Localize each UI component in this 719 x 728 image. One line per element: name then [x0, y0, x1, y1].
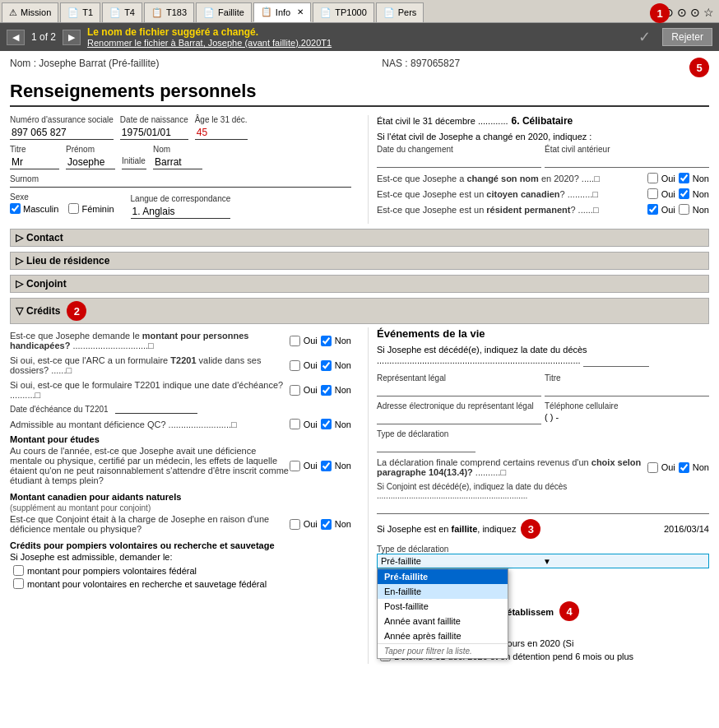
action-icon-2[interactable]: ⊙	[677, 6, 687, 19]
page-info: 1 of 2	[31, 31, 56, 43]
conjoint-deces-label: Si Conjoint est décédé(e), indiquez la d…	[377, 482, 709, 500]
pompiers-rech-checkbox[interactable]	[13, 578, 24, 589]
t2201-label: Si oui, est-ce que l'ARC a un formulaire…	[10, 355, 290, 375]
aidants-oui-checkbox[interactable]	[290, 519, 300, 530]
masculin-checkbox[interactable]	[10, 203, 21, 214]
notification-subtitle[interactable]: Renommer le fichier à Barrat, Josephe (a…	[87, 38, 627, 48]
handicap-non-checkbox[interactable]	[321, 336, 332, 346]
tel-group: Téléphone cellulaire ( ) -	[545, 401, 709, 424]
etat-anterieur-input[interactable]	[545, 155, 709, 168]
t2201-echeance-non-label: Non	[335, 385, 351, 395]
decl-finale-checkboxes: Oui Non	[647, 462, 709, 473]
star-icon[interactable]: ☆	[703, 6, 714, 19]
resident-oui-checkbox[interactable]	[647, 204, 658, 215]
tab-mission-label: Mission	[21, 7, 51, 17]
tab-t183[interactable]: 📋 T183	[144, 2, 194, 22]
conjoint-deces-input[interactable]	[377, 502, 709, 514]
doc-icon-faillite: 📄	[203, 7, 215, 18]
conjoint-section-header[interactable]: ▷ Conjoint	[10, 275, 709, 293]
aidants-non-checkbox[interactable]	[321, 519, 332, 530]
admissible-oui-label: Oui	[304, 420, 318, 429]
age-value: 45	[195, 126, 248, 140]
dropdown-item-annee-avant[interactable]: Année avant faillite	[378, 614, 508, 628]
t2201-echeance-oui-checkbox[interactable]	[290, 385, 300, 396]
personal-info-left: Numéro d'assurance sociale 897 065 827 D…	[10, 115, 351, 224]
person-nas: NAS : 897065827	[382, 58, 460, 77]
langue-label: Langue de correspondance	[131, 194, 231, 203]
contact-section-header[interactable]: ▷ Contact	[10, 229, 709, 247]
changed-nom-non-checkbox[interactable]	[679, 173, 689, 183]
initiale-field-group: Initiale	[122, 156, 146, 169]
nav-next-button[interactable]: ▶	[63, 30, 81, 45]
tab-t1[interactable]: 📄 T1	[60, 2, 100, 22]
rep-legal-input[interactable]	[377, 384, 541, 396]
citoyen-oui-checkbox[interactable]	[647, 188, 658, 199]
t2201-non-checkbox[interactable]	[321, 360, 332, 371]
tab-pers[interactable]: 📄 Pers	[376, 2, 424, 22]
dropdown-item-en-faillite[interactable]: En-faillite	[378, 584, 508, 599]
t2201-oui-checkbox[interactable]	[290, 360, 300, 371]
conjoint-deces-group: Si Conjoint est décédé(e), indiquez la d…	[377, 482, 709, 514]
nom-value: Barrat	[153, 155, 202, 169]
email-input[interactable]	[377, 412, 541, 424]
choix-oui-checkbox[interactable]	[647, 462, 658, 473]
choix-non-checkbox[interactable]	[679, 462, 689, 473]
tab-t4[interactable]: 📄 T4	[102, 2, 142, 22]
aidants-label: Est-ce que Conjoint était à la charge de…	[10, 514, 290, 534]
changed-nom-oui-checkbox[interactable]	[647, 173, 658, 183]
type-decl-label: Type de déclaration	[377, 429, 709, 438]
titre-input[interactable]	[545, 384, 709, 396]
etat-anterieur-label: État civil antérieur	[545, 145, 709, 154]
faillite-label: Si Josephe est en faillite, indiquez	[377, 524, 516, 534]
dropdown-item-post-faillite[interactable]: Post-faillite	[378, 599, 508, 614]
conjoint-label: Conjoint	[26, 278, 67, 290]
citoyen-non-checkbox[interactable]	[679, 188, 689, 199]
dropdown-item-annee-apres[interactable]: Année après faillite	[378, 628, 508, 643]
admissible-non-checkbox[interactable]	[321, 419, 332, 429]
pompiers-fed-checkbox[interactable]	[13, 565, 24, 576]
t2201-echeance-non-checkbox[interactable]	[321, 385, 332, 396]
tab-faillite[interactable]: 📄 Faillite	[196, 2, 252, 22]
date-echeance-value	[115, 411, 197, 414]
feminin-checkbox[interactable]	[68, 203, 79, 214]
tel-format: ( ) -	[545, 412, 709, 422]
choix-non-label: Non	[693, 462, 709, 472]
titre-group: Titre	[545, 373, 709, 396]
credits-section-header[interactable]: ▽ Crédits 2	[10, 298, 709, 324]
resident-non-checkbox[interactable]	[679, 204, 689, 215]
date-changement-input[interactable]	[377, 155, 541, 168]
type-decl-input[interactable]	[377, 440, 475, 452]
tab-info[interactable]: 📋 Info ✕	[253, 2, 311, 22]
doc-icon-info: 📋	[261, 7, 272, 17]
notification-title: Le nom de fichier suggéré a changé.	[87, 26, 627, 38]
etudes-oui-checkbox[interactable]	[290, 461, 300, 471]
montant-aidants-title: Montant canadien pour aidants naturels	[10, 492, 351, 502]
tab-tp1000[interactable]: 📄 TP1000	[313, 2, 374, 22]
tab-t1-label: T1	[82, 7, 93, 17]
gender-row: Masculin Féminin	[10, 203, 114, 214]
admissible-oui-checkbox[interactable]	[290, 419, 300, 429]
initiale-label: Initiale	[122, 156, 146, 165]
tab-info-close[interactable]: ✕	[297, 7, 304, 16]
handicap-oui-checkbox[interactable]	[290, 336, 300, 346]
type-declaration-value: Pré-faillite	[381, 556, 543, 566]
lieu-residence-section-header[interactable]: ▷ Lieu de résidence	[10, 252, 709, 270]
civil-change-subtitle: Si l'état civil de Josephe a changé en 2…	[377, 132, 709, 141]
type-declaration-trigger[interactable]: Pré-faillite ▼	[377, 554, 709, 568]
action-icon-3[interactable]: ⊙	[690, 6, 700, 19]
titre-label: Titre	[10, 145, 59, 154]
dropdown-item-pre-faillite[interactable]: Pré-faillite	[378, 569, 508, 584]
events-panel: Événements de la vie Si Josephe est décé…	[368, 327, 709, 664]
aidants-non-label: Non	[335, 519, 351, 529]
credits-events-grid: Est-ce que Josephe demande le montant po…	[10, 327, 709, 664]
deces-date-input[interactable]	[583, 355, 649, 367]
etudes-non-checkbox[interactable]	[321, 461, 332, 471]
changed-nom-non-label: Non	[693, 174, 709, 183]
resident-oui-label: Oui	[661, 205, 675, 215]
reject-button[interactable]: Rejeter	[662, 28, 712, 46]
nav-prev-button[interactable]: ◀	[7, 30, 25, 45]
doc-icon-t183: 📋	[151, 7, 163, 18]
t2201-checkboxes: Oui Non	[290, 360, 351, 371]
handicap-row: Est-ce que Josephe demande le montant po…	[10, 331, 351, 350]
tab-mission[interactable]: ⚠ Mission	[2, 2, 58, 22]
